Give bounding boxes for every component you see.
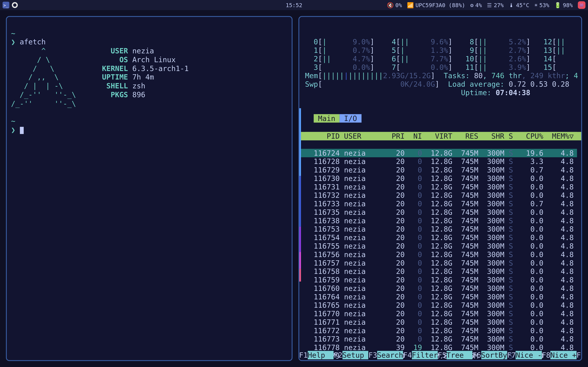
app-indicator-icon[interactable] — [12, 2, 18, 8]
prompt-marker-2: ❯ — [11, 125, 16, 134]
fnkey-F7[interactable]: F7 — [507, 351, 516, 359]
tray-gear[interactable]: ⚙4% — [470, 2, 482, 8]
cmd-afetch: afetch — [20, 38, 46, 46]
htop-tab-main[interactable]: Main — [314, 114, 340, 123]
thermometer-icon: 🌡 — [509, 2, 514, 8]
htop-tab-io[interactable]: I/O — [340, 114, 361, 123]
fnkey-F7-label[interactable]: Nice - — [516, 351, 542, 359]
process-row[interactable]: 116772 nezia 20 0 12.8G 745M 300M S 0.0 … — [301, 326, 577, 335]
fnkey-F2[interactable]: F2 — [334, 351, 343, 359]
fnkey-F4-label[interactable]: Filter — [412, 351, 438, 359]
process-row[interactable]: 116758 nezia 20 0 12.8G 745M 300M S 0.0 … — [301, 267, 577, 276]
fnkey-F8-label[interactable]: Nice + — [550, 351, 576, 359]
fnkey-F3-label[interactable]: Search — [377, 351, 403, 359]
workarea: ~ ❯ afetch ^ USER nezia / \ OS Arch Linu… — [0, 10, 588, 367]
process-row[interactable]: 116764 nezia 20 0 12.8G 745M 300M S 0.0 … — [301, 293, 577, 301]
htop-scrollbar[interactable] — [299, 17, 301, 354]
fnkey-F1-label[interactable]: Help — [308, 351, 334, 359]
fnkey-F9[interactable]: F9 — [576, 351, 582, 359]
tray-lines[interactable]: ☰27% — [487, 2, 504, 8]
discord-tray-icon[interactable]: 👾 — [578, 1, 585, 9]
tray-battery[interactable]: 🔋98% — [554, 2, 573, 8]
terminal-left-pane[interactable]: ~ ❯ afetch ^ USER nezia / \ OS Arch Linu… — [6, 16, 292, 361]
battery-icon: 🔋 — [554, 2, 561, 8]
prompt-tilde: ~ — [11, 29, 16, 38]
volume-mute-icon: 🔇 — [387, 2, 394, 8]
fnkey-F1[interactable]: F1 — [299, 351, 308, 359]
process-row[interactable]: 116724 nezia 20 0 12.8G 745M 300M S 19.6… — [301, 149, 577, 158]
fnkey-F6[interactable]: F6 — [473, 351, 481, 359]
process-row[interactable]: 116735 nezia 20 0 12.8G 745M 300M S 0.0 … — [301, 208, 577, 217]
process-row[interactable]: 116732 nezia 20 0 12.8G 745M 300M S 0.0 … — [301, 191, 577, 200]
menu-icon: ☰ — [487, 2, 492, 8]
gear-icon: ⚙ — [470, 2, 474, 8]
prompt-marker: ❯ — [11, 38, 16, 46]
wifi-icon: 📶 — [407, 2, 414, 8]
process-row[interactable]: 116780 nezia 20 0 12.8G 745M 300M S 0.0 … — [301, 360, 577, 361]
process-row[interactable]: 116773 nezia 20 0 12.8G 745M 300M S 0.0 … — [301, 335, 577, 343]
fnkey-F8[interactable]: F8 — [542, 351, 550, 359]
fnkey-F6-label[interactable]: SortBy — [481, 351, 507, 359]
process-row[interactable]: 116756 nezia 20 0 12.8G 745M 300M S 0.0 … — [301, 250, 577, 259]
process-row[interactable]: 116731 nezia 20 0 12.8G 745M 300M S 0.0 … — [301, 183, 577, 191]
process-row[interactable]: 116730 nezia 20 0 12.8G 745M 300M S 0.0 … — [301, 174, 577, 183]
sun-icon: ☀ — [534, 2, 537, 8]
process-row[interactable]: 116729 nezia 20 0 12.8G 745M 300M S 0.7 … — [301, 166, 577, 174]
fnkey-F4[interactable]: F4 — [403, 351, 412, 359]
tray-temp[interactable]: 🌡45°C — [509, 2, 529, 8]
process-row[interactable]: 116770 nezia 20 0 12.8G 745M 300M S 0.0 … — [301, 309, 577, 318]
process-row[interactable]: 116760 nezia 20 0 12.8G 745M 300M S 0.0 … — [301, 284, 577, 293]
terminal-right-pane[interactable]: 0[| 9.0%] 4[|| 9.6%] 8[|| 5.2%] 12[|| 2.… — [298, 16, 582, 361]
process-row[interactable]: 116771 nezia 20 0 12.8G 745M 300M S 0.0 … — [301, 318, 577, 326]
terminal-icon[interactable]: >_ — [3, 2, 9, 8]
process-row[interactable]: 116753 nezia 20 0 12.8G 745M 300M S 0.0 … — [301, 225, 577, 234]
process-row[interactable]: 116754 nezia 20 0 12.8G 745M 300M S 0.0 … — [301, 234, 577, 242]
htop-header-row[interactable]: PID USER PRI NI VIRT RES SHR S CPU% MEM%… — [305, 132, 582, 140]
process-row[interactable]: 116733 nezia 20 0 12.8G 745M 300M S 0.7 … — [301, 200, 577, 208]
fnkey-F2-label[interactable]: Setup — [343, 351, 369, 359]
process-row[interactable]: 116757 nezia 20 0 12.8G 745M 300M S 0.0 … — [301, 259, 577, 267]
fnkey-F3[interactable]: F3 — [368, 351, 377, 359]
process-row[interactable]: 116755 nezia 20 0 12.8G 745M 300M S 0.0 … — [301, 242, 577, 250]
process-row[interactable]: 116728 nezia 20 0 12.8G 745M 300M S 3.3 … — [301, 158, 577, 166]
process-row[interactable]: 116778 nezia 39 19 12.8G 745M 300M S 0.0… — [301, 343, 577, 352]
fnkey-F5[interactable]: F5 — [438, 351, 446, 359]
cursor[interactable] — [20, 127, 24, 134]
clock[interactable]: 15:52 — [286, 2, 302, 8]
process-row[interactable]: 116759 nezia 20 0 12.8G 745M 300M S 0.0 … — [301, 276, 577, 284]
process-row[interactable]: 116765 nezia 20 0 12.8G 745M 300M S 0.0 … — [301, 301, 577, 310]
process-row[interactable]: 116738 nezia 20 0 12.8G 745M 300M S 0.0 … — [301, 217, 577, 225]
tray-brightness[interactable]: ☀53% — [534, 2, 549, 8]
prompt-tilde-2: ~ — [11, 117, 16, 125]
top-bar: >_ 15:52 🔇0% 📶UPC59F3A0 (88%) ⚙4% ☰27% 🌡… — [0, 0, 588, 10]
fnkey-F5-label[interactable]: Tree — [446, 351, 473, 359]
tray-volume[interactable]: 🔇0% — [387, 2, 402, 8]
tray-wifi[interactable]: 📶UPC59F3A0 (88%) — [407, 2, 465, 8]
